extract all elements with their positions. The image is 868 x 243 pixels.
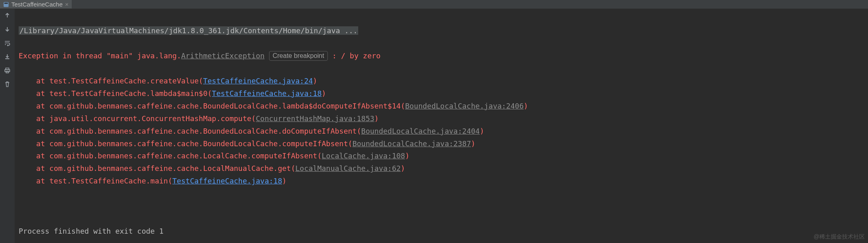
stack-file-link[interactable]: TestCaffeineCache.java:18 — [172, 177, 282, 185]
stack-at: at — [19, 77, 49, 85]
stack-at: at — [19, 151, 49, 160]
stack-file-link[interactable]: ConcurrentHashMap.java:1853 — [256, 114, 374, 123]
exit-line: Process finished with exit code 1 — [19, 227, 164, 235]
tab-bar: TestCaffeineCache × — [0, 0, 868, 9]
exception-pkg: java.lang. — [137, 51, 181, 60]
paren-open: ( — [207, 89, 212, 98]
exception-class-link[interactable]: ArithmeticException — [181, 51, 265, 60]
stack-location: test.TestCaffeineCache.main — [49, 177, 168, 185]
paren-close: ) — [374, 114, 379, 123]
paren-open: ( — [199, 77, 203, 85]
stack-location: com.github.benmanes.caffeine.cache.Local… — [49, 164, 291, 173]
command-line: /Library/Java/JavaVirtualMachines/jdk1.8… — [19, 26, 358, 35]
paren-close: ) — [401, 164, 405, 173]
stack-location: test.TestCaffeineCache.createValue — [49, 77, 199, 85]
paren-open: ( — [291, 164, 295, 173]
paren-close: ) — [471, 139, 475, 148]
stack-file-link[interactable]: BoundedLocalCache.java:2406 — [405, 102, 524, 110]
application-icon — [3, 2, 9, 7]
paren-close: ) — [282, 177, 286, 185]
stack-at: at — [19, 164, 49, 173]
exception-prefix: Exception in thread "main" — [19, 51, 137, 60]
run-tab[interactable]: TestCaffeineCache × — [0, 0, 72, 9]
close-icon[interactable]: × — [65, 1, 68, 8]
console-output[interactable]: /Library/Java/JavaVirtualMachines/jdk1.8… — [15, 9, 868, 243]
stack-location: test.TestCaffeineCache.lambda$main$0 — [49, 89, 207, 98]
exception-message: : / by zero — [328, 51, 381, 60]
stack-location: com.github.benmanes.caffeine.cache.Bound… — [49, 139, 348, 148]
stack-at: at — [19, 102, 49, 110]
console-gutter — [0, 9, 15, 243]
paren-open: ( — [401, 102, 405, 110]
stack-file-link[interactable]: LocalCache.java:108 — [322, 151, 405, 160]
paren-open: ( — [357, 127, 361, 135]
paren-open: ( — [168, 177, 172, 185]
trash-icon[interactable] — [3, 80, 11, 88]
stack-file-link[interactable]: LocalManualCache.java:62 — [295, 164, 401, 173]
paren-open: ( — [317, 151, 322, 160]
svg-rect-1 — [4, 2, 8, 4]
stack-at: at — [19, 177, 49, 185]
watermark: @稀土掘金技术社区 — [814, 232, 865, 241]
create-breakpoint-button[interactable]: Create breakpoint — [269, 51, 328, 61]
stack-file-link[interactable]: BoundedLocalCache.java:2387 — [353, 139, 471, 148]
arrow-up-icon[interactable] — [3, 11, 11, 19]
stack-location: com.github.benmanes.caffeine.cache.Bound… — [49, 102, 401, 110]
stack-location: java.util.concurrent.ConcurrentHashMap.c… — [49, 114, 252, 123]
stack-file-link[interactable]: BoundedLocalCache.java:2404 — [361, 127, 480, 135]
stack-at: at — [19, 127, 49, 135]
paren-open: ( — [348, 139, 353, 148]
stack-location: com.github.benmanes.caffeine.cache.Bound… — [49, 127, 357, 135]
stack-at: at — [19, 114, 49, 123]
paren-open: ( — [251, 114, 256, 123]
svg-rect-4 — [6, 71, 9, 73]
stack-at: at — [19, 89, 49, 98]
paren-close: ) — [480, 127, 484, 135]
paren-close: ) — [313, 77, 317, 85]
paren-close: ) — [405, 151, 410, 160]
print-icon[interactable] — [3, 66, 11, 75]
tab-title: TestCaffeineCache — [11, 1, 62, 8]
stack-file-link[interactable]: TestCaffeineCache.java:18 — [212, 89, 322, 98]
stack-at: at — [19, 139, 49, 148]
download-icon[interactable] — [3, 53, 11, 61]
wrap-icon[interactable] — [3, 39, 11, 47]
paren-close: ) — [322, 89, 326, 98]
main: /Library/Java/JavaVirtualMachines/jdk1.8… — [0, 9, 868, 243]
stack-location: com.github.benmanes.caffeine.cache.Local… — [49, 151, 317, 160]
paren-close: ) — [524, 102, 528, 110]
stack-file-link[interactable]: TestCaffeineCache.java:24 — [203, 77, 313, 85]
arrow-down-icon[interactable] — [3, 25, 11, 33]
